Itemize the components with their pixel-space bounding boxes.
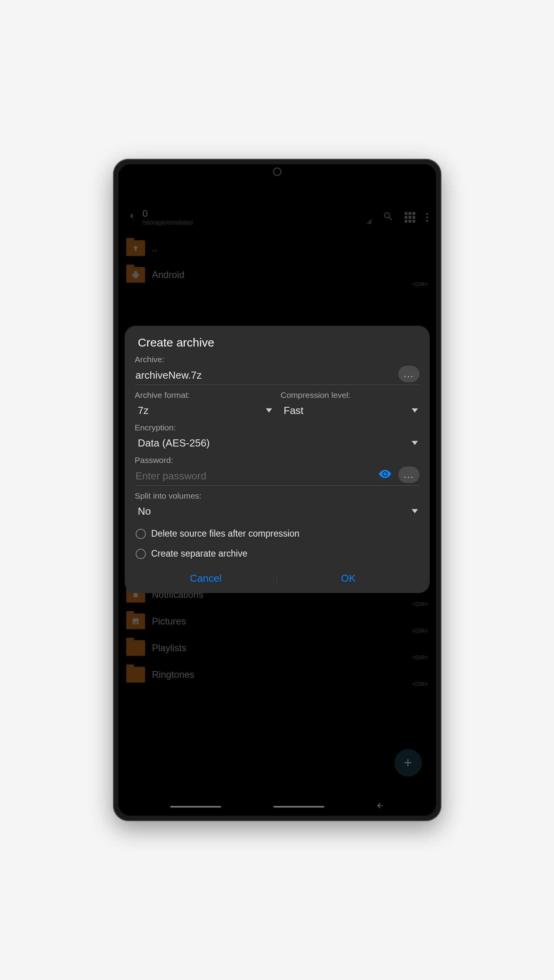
phone-frame: 0 /storage/emulated ◢ <box>113 159 441 821</box>
split-value: No <box>138 505 151 517</box>
show-password-icon[interactable] <box>379 469 391 480</box>
dialog-title: Create archive <box>138 336 420 349</box>
nav-recents-icon[interactable] <box>170 806 221 808</box>
chevron-down-icon <box>266 407 272 414</box>
password-input[interactable] <box>135 467 375 485</box>
archive-name-input[interactable] <box>135 366 394 385</box>
create-archive-dialog: Create archive Archive: ... Archive form… <box>125 326 430 593</box>
checkbox-icon <box>136 529 146 539</box>
phone-screen: 0 /storage/emulated ◢ <box>118 164 436 816</box>
split-label: Split into volumes: <box>135 491 420 501</box>
split-dropdown[interactable]: No <box>135 502 420 522</box>
format-label: Archive format: <box>135 390 274 400</box>
password-label: Password: <box>135 456 420 465</box>
chevron-down-icon <box>412 440 418 447</box>
separate-archive-checkbox[interactable]: Create separate archive <box>135 544 420 564</box>
checkbox-label: Delete source files after compression <box>151 528 300 539</box>
chevron-down-icon <box>412 508 418 515</box>
format-value: 7z <box>138 405 149 417</box>
compression-value: Fast <box>284 405 304 417</box>
checkbox-label: Create separate archive <box>151 548 247 559</box>
cancel-button[interactable]: Cancel <box>135 572 277 584</box>
nav-back-icon[interactable] <box>376 802 384 812</box>
browse-archive-button[interactable]: ... <box>398 366 420 382</box>
compression-dropdown[interactable]: Fast <box>281 401 420 421</box>
delete-source-checkbox[interactable]: Delete source files after compression <box>135 524 420 544</box>
archive-label: Archive: <box>135 355 420 364</box>
encryption-value: Data (AES-256) <box>138 437 210 449</box>
compression-label: Compression level: <box>281 390 420 400</box>
format-dropdown[interactable]: 7z <box>135 401 274 421</box>
ok-button[interactable]: OK <box>277 572 420 584</box>
password-options-button[interactable]: ... <box>398 466 420 483</box>
encryption-label: Encryption: <box>135 423 420 432</box>
android-nav-bar <box>118 802 436 812</box>
camera-notch <box>273 167 282 176</box>
chevron-down-icon <box>412 407 418 414</box>
nav-home-icon[interactable] <box>273 806 324 808</box>
encryption-dropdown[interactable]: Data (AES-256) <box>135 434 420 454</box>
checkbox-icon <box>136 549 146 559</box>
